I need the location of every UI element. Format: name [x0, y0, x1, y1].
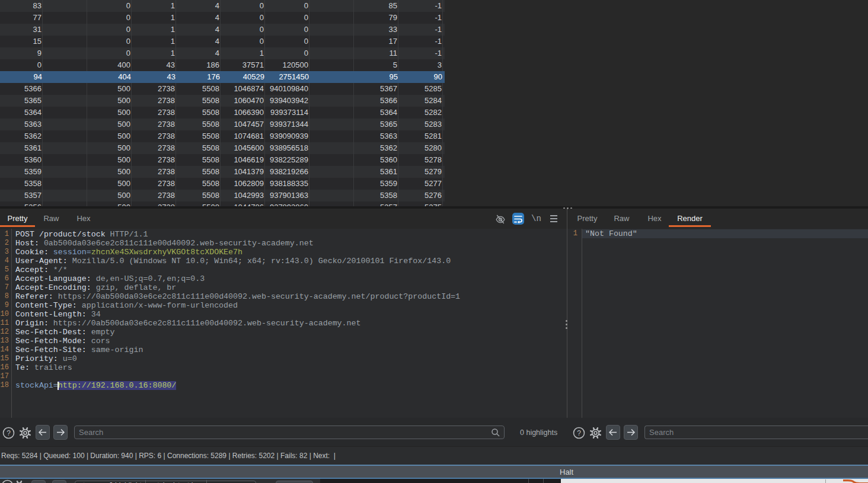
- svg-text:?: ?: [7, 429, 11, 437]
- svg-text:?: ?: [577, 429, 581, 437]
